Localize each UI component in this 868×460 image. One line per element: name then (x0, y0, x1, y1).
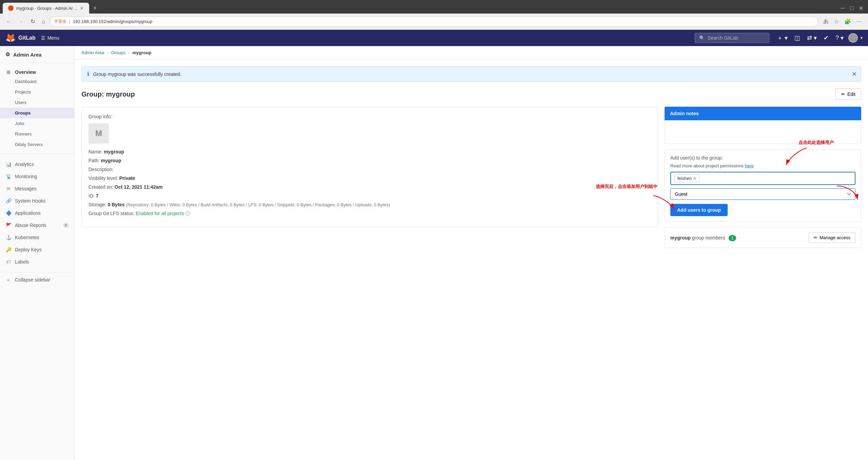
add-users-to-group-button[interactable]: Add users to group (670, 204, 728, 216)
tab-close-button[interactable]: ✕ (80, 6, 84, 11)
menu-button[interactable]: ☰ Menu (41, 35, 59, 41)
admin-notes-section: Admin notes (665, 107, 861, 144)
visibility-label: Visibility level: (88, 175, 118, 181)
bookmark-button[interactable]: ☆ (832, 17, 841, 26)
back-button[interactable]: ← (4, 17, 14, 26)
manage-access-button[interactable]: ✏ Manage access (809, 232, 855, 243)
sidebar-item-kubernetes[interactable]: ⚓ Kubernetes (0, 231, 74, 244)
git-lfs-help-icon[interactable]: ⓘ (185, 211, 190, 216)
menu-icon: ☰ (41, 35, 45, 41)
create-button[interactable]: ＋ ▾ (775, 33, 790, 43)
sidebar-item-monitoring[interactable]: 📡 Monitoring (0, 170, 74, 183)
sidebar-item-applications[interactable]: 🔷 Applications (0, 207, 74, 219)
breadcrumb-sep-2: › (128, 50, 130, 55)
sidebar-item-jobs[interactable]: Jobs (0, 118, 74, 129)
user-avatar[interactable] (848, 33, 858, 43)
add-users-label: Add user(s) to the group: (670, 155, 855, 161)
sidebar-overview-section: ⊞ Overview Dashboard Projects Users Grou… (0, 63, 74, 152)
user-tag-remove-button[interactable]: ✕ (693, 176, 696, 181)
sidebar-item-overview[interactable]: ⊞ Overview (0, 66, 74, 76)
info-git-lfs-row: Group Git LFS status: Enabled for all pr… (88, 211, 651, 217)
messages-icon: ✉ (5, 186, 12, 191)
sidebar-collapse-button[interactable]: « Collapse sidebar (0, 274, 74, 286)
breadcrumb-groups[interactable]: Groups (111, 50, 126, 55)
sidebar-item-labels[interactable]: 🏷 Labels (0, 256, 74, 268)
name-label: Name: (88, 149, 102, 154)
alert-close-button[interactable]: ✕ (852, 70, 857, 78)
translate-button[interactable]: あ (821, 17, 831, 26)
role-select[interactable]: Guest Reporter Developer Maintainer Owne… (670, 188, 855, 200)
sidebar-item-deploy-keys[interactable]: 🔑 Deploy Keys (0, 244, 74, 256)
storage-detail: (Repository: 0 Bytes / Wikis: 0 Bytes / … (126, 202, 390, 207)
sidebar-item-analytics[interactable]: 📊 Analytics (0, 158, 74, 170)
page-title: Group: mygroup (81, 90, 135, 98)
home-button[interactable]: ⌂ (40, 17, 47, 26)
security-warning: 不安全 (54, 19, 66, 24)
menu-label: Menu (47, 35, 59, 41)
content-area: Admin Area › Groups › mygroup ℹ Group my… (75, 46, 868, 460)
user-input-wrap[interactable]: feishen ✕ (670, 172, 855, 185)
gitlab-logo: 🦊 GitLab (5, 33, 36, 43)
search-input[interactable] (708, 35, 762, 41)
manage-label: Manage access (820, 235, 850, 240)
analytics-label: Analytics (15, 162, 34, 167)
url-display: 192.168.100.152/admin/groups/mygroup (73, 19, 152, 24)
sidebar-item-system-hooks[interactable]: 🔗 System Hooks (0, 195, 74, 207)
merge-requests-button[interactable]: ⇄ ▾ (805, 33, 819, 43)
issues-button[interactable]: ◫ (792, 33, 802, 43)
new-tab-button[interactable]: + (91, 3, 100, 13)
left-column: Group info: M Name: mygroup Path: mygrou… (81, 107, 658, 248)
sidebar-item-gitaly[interactable]: Gitaly Servers (0, 139, 74, 150)
refresh-button[interactable]: ↻ (28, 17, 37, 26)
id-value: 7 (96, 193, 99, 198)
git-lfs-value[interactable]: Enabled for all projects (136, 211, 184, 216)
gitlab-header: 🦊 GitLab ☰ Menu 🔍 ＋ ▾ ◫ ⇄ ▾ ✔ ? ▾ ▾ (0, 30, 868, 46)
two-column-layout: Group info: M Name: mygroup Path: mygrou… (81, 107, 861, 248)
sidebar-item-runners[interactable]: Runners (0, 129, 74, 139)
gitlab-logo-text: GitLab (18, 35, 36, 41)
page-header: Group: mygroup ✏ Edit (81, 88, 861, 100)
minimize-button[interactable]: ─ (839, 4, 847, 13)
help-button[interactable]: ? ▾ (833, 33, 846, 43)
overview-icon: ⊞ (5, 69, 12, 75)
address-bar[interactable]: 不安全 | 192.168.100.152/admin/groups/mygro… (50, 16, 818, 27)
breadcrumb-sep-1: › (107, 50, 108, 55)
sidebar: ⚙ Admin Area ⊞ Overview Dashboard Projec… (0, 46, 75, 460)
sidebar-item-messages[interactable]: ✉ Messages (0, 183, 74, 195)
avatar-dropdown[interactable]: ▾ (861, 36, 863, 40)
more-button[interactable]: ⋯ (854, 17, 864, 26)
extensions-button[interactable]: 🧩 (842, 17, 853, 26)
add-button-container: Add users to group 选择完后，点击添加用户到组中 (670, 204, 855, 216)
breadcrumb-admin-area[interactable]: Admin Area (81, 50, 104, 55)
group-info-label: Group info: (88, 114, 651, 119)
active-tab[interactable]: mygroup · Groups · Admin Area ✕ (3, 3, 89, 14)
sidebar-item-projects[interactable]: Projects (0, 87, 74, 97)
labels-icon: 🏷 (5, 259, 12, 265)
deploy-keys-icon: 🔑 (5, 247, 12, 252)
info-created-row: Created on: Oct 12, 2021 11:42am (88, 184, 651, 190)
sidebar-item-groups[interactable]: Groups (0, 108, 74, 118)
info-path-row: Path: mygroup (88, 158, 651, 163)
sidebar-item-dashboard[interactable]: Dashboard (0, 76, 74, 87)
user-tag-label: feishen (677, 176, 692, 181)
sidebar-item-abuse-reports[interactable]: 🚩 Abuse Reports 0 (0, 219, 74, 231)
close-button[interactable]: ✕ (857, 4, 865, 13)
messages-label: Messages (15, 186, 37, 191)
kubernetes-icon: ⚓ (5, 235, 12, 240)
edit-button[interactable]: ✏ Edit (835, 88, 861, 100)
edit-icon: ✏ (841, 91, 845, 97)
applications-label: Applications (15, 210, 41, 216)
analytics-icon: 📊 (5, 162, 12, 167)
sidebar-divider-1 (0, 154, 74, 154)
permissions-link[interactable]: here (745, 163, 754, 168)
search-bar[interactable]: 🔍 (695, 33, 769, 43)
sidebar-item-users[interactable]: Users (0, 97, 74, 108)
forward-button[interactable]: → (16, 17, 26, 26)
sidebar-other-section: 📊 Analytics 📡 Monitoring ✉ Messages 🔗 Sy… (0, 155, 74, 271)
sidebar-admin-area-header: ⚙ Admin Area (0, 46, 74, 63)
admin-notes-input[interactable] (668, 123, 858, 140)
maximize-button[interactable]: □ (848, 4, 855, 13)
storage-label: Storage: (88, 202, 106, 207)
description-label: Description: (88, 167, 114, 172)
todo-button[interactable]: ✔ (822, 33, 831, 43)
